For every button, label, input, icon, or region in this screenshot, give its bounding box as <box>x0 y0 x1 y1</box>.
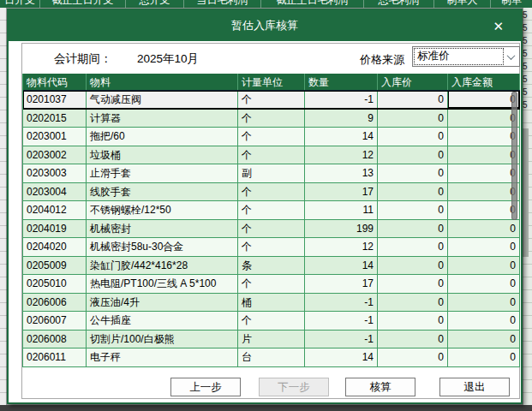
column-header-inbound-price[interactable]: 入库价 <box>378 74 448 90</box>
cell-material: 液压油/4升 <box>87 294 238 312</box>
cell-unit: 个 <box>238 201 305 219</box>
dialog-titlebar[interactable]: 暂估入库核算 ✕ <box>9 10 521 41</box>
price-source-select[interactable]: 标准价 <box>412 46 520 67</box>
cell-inbound-price: 0 <box>378 275 448 293</box>
cell-material-code: 0203003 <box>23 164 87 182</box>
cell-inbound-amount: 0 <box>448 201 520 219</box>
cell-inbound-price: 0 <box>378 348 448 366</box>
table-row[interactable]: 0203002 垃圾桶 个 12 0 0 <box>23 146 520 165</box>
column-header-material-code[interactable]: 物料代码 <box>23 74 87 90</box>
cell-inbound-price: 0 <box>378 220 448 238</box>
table-row[interactable]: 0203003 止滑手套 副 13 0 0 <box>23 164 520 183</box>
cell-material-code: 0206011 <box>23 348 87 366</box>
cell-quantity: -1 <box>305 294 378 312</box>
cell-material: 公牛插座 <box>87 312 238 330</box>
table-row[interactable]: 0203001 拖把/60 个 14 0 0 <box>23 128 520 146</box>
cell-inbound-amount: 0 <box>448 312 520 330</box>
cell-unit: 个 <box>238 110 305 128</box>
cell-material: 拖把/60 <box>87 128 238 146</box>
calculate-button[interactable]: 核算 <box>345 378 415 396</box>
bg-column-label: 制单 <box>490 0 532 8</box>
table-row[interactable]: 0203004 线胶手套 个 17 0 0 <box>23 183 520 202</box>
next-step-button: 下一步 <box>259 378 329 396</box>
bg-column-label: 当日毛利润 <box>183 0 260 8</box>
cell-unit: 个 <box>238 183 305 201</box>
cell-material: 机械密封58u-30合金 <box>87 238 238 256</box>
cell-inbound-price: 0 <box>378 183 448 201</box>
background-right-strip: 55555555 <box>522 8 532 405</box>
cell-material: 线胶手套 <box>87 183 238 201</box>
cell-material-code: 0206007 <box>23 312 87 330</box>
background-left-strip <box>0 8 7 405</box>
cell-inbound-amount: 0 <box>448 164 520 182</box>
bg-column-label: 日开支 <box>0 0 39 8</box>
bg-column-label: 截止上日毛利润 <box>260 0 363 8</box>
previous-step-button[interactable]: 上一步 <box>170 378 241 396</box>
cell-quantity: 14 <box>305 348 378 366</box>
cell-material-code: 0204019 <box>23 220 87 238</box>
cell-material: 垃圾桶 <box>87 146 238 164</box>
cell-inbound-amount: 0 <box>448 294 520 312</box>
cell-unit: 个 <box>238 220 305 238</box>
cell-quantity: 12 <box>305 238 378 256</box>
price-source-selected-value: 标准价 <box>415 49 503 64</box>
column-header-material[interactable]: 物料 <box>87 74 238 90</box>
table-row[interactable]: 0201037 气动减压阀 个 -1 0 0 <box>23 91 520 110</box>
table-row[interactable]: 0205010 热电阻/PT100/三线 A 5*100 个 17 0 0 <box>23 275 520 294</box>
cell-inbound-amount: 0 <box>448 183 520 201</box>
cell-quantity: 17 <box>305 183 378 201</box>
cell-inbound-price: 0 <box>378 146 448 164</box>
cell-quantity: 13 <box>305 164 378 182</box>
cell-quantity: 17 <box>305 275 378 293</box>
cell-inbound-amount: 0 <box>448 110 520 128</box>
background-scrollbar <box>522 128 529 257</box>
cell-inbound-amount: 0 <box>448 275 520 293</box>
cell-quantity: 14 <box>305 257 378 275</box>
cell-material-code: 0202015 <box>23 110 87 128</box>
table-row[interactable]: 0204020 机械密封58u-30合金 个 12 0 0 <box>23 238 520 257</box>
cell-material: 止滑手套 <box>87 164 238 182</box>
cell-unit: 个 <box>238 312 305 330</box>
bg-column-label: 制单人 <box>433 0 490 8</box>
bg-column-label: 总毛利润 <box>363 0 433 8</box>
cell-inbound-amount: 0 <box>448 128 520 146</box>
cell-inbound-price: 0 <box>378 294 448 312</box>
price-source-label: 价格来源 <box>360 52 404 68</box>
cell-material: 切割片/100/白极熊 <box>87 331 238 348</box>
cell-inbound-amount: 0 <box>448 220 520 238</box>
cell-unit: 个 <box>238 146 305 164</box>
cell-inbound-amount: 0 <box>448 331 520 348</box>
table-row[interactable]: 0204019 机械密封 个 199 0 0 <box>23 220 520 239</box>
table-header-row: 物料代码 物料 计量单位 数量 入库价 入库金额 <box>23 74 520 91</box>
table-row[interactable]: 0206006 液压油/4升 桶 -1 0 0 <box>23 294 520 313</box>
table-row[interactable]: 0205009 染缸门胶/442*416*28 条 14 0 0 <box>23 257 520 276</box>
cell-inbound-amount: 0 <box>448 146 520 164</box>
column-header-inbound-amount[interactable]: 入库金额 <box>448 74 520 90</box>
exit-button[interactable]: 退出 <box>439 378 510 396</box>
cell-quantity: -1 <box>305 91 378 108</box>
cell-material: 计算器 <box>87 110 238 128</box>
cell-material: 热电阻/PT100/三线 A 5*100 <box>87 275 238 293</box>
cell-material-code: 0203002 <box>23 146 87 164</box>
table-row[interactable]: 0202015 计算器 个 9 0 0 <box>23 110 520 128</box>
cell-inbound-amount: 0 <box>448 257 520 275</box>
cell-inbound-price: 0 <box>378 110 448 128</box>
cell-material: 气动减压阀 <box>87 91 238 108</box>
table-row[interactable]: 0206007 公牛插座 个 -1 0 0 <box>23 312 520 331</box>
cell-unit: 个 <box>238 128 305 146</box>
column-header-quantity[interactable]: 数量 <box>305 74 378 90</box>
cell-unit: 条 <box>238 257 305 275</box>
cell-quantity: 199 <box>305 220 378 238</box>
cell-material-code: 0205009 <box>23 257 87 275</box>
materials-table: 物料代码 物料 计量单位 数量 入库价 入库金额 0201037 气动减压阀 个… <box>22 74 520 367</box>
cell-material-code: 0201037 <box>23 91 87 108</box>
table-row[interactable]: 0206008 切割片/100/白极熊 片 -1 0 0 <box>23 331 520 349</box>
table-row[interactable]: 0206011 电子秤 台 14 0 0 <box>23 348 520 367</box>
table-row[interactable]: 0204012 不锈钢螺栓/12*50 个 11 0 0 <box>23 201 520 220</box>
column-header-unit[interactable]: 计量单位 <box>238 74 305 90</box>
table-vertical-scrollbar[interactable] <box>511 92 517 220</box>
chevron-down-icon[interactable] <box>503 47 519 66</box>
close-icon[interactable]: ✕ <box>493 20 504 33</box>
cell-material: 机械密封 <box>87 220 238 238</box>
cell-quantity: -1 <box>305 312 378 330</box>
